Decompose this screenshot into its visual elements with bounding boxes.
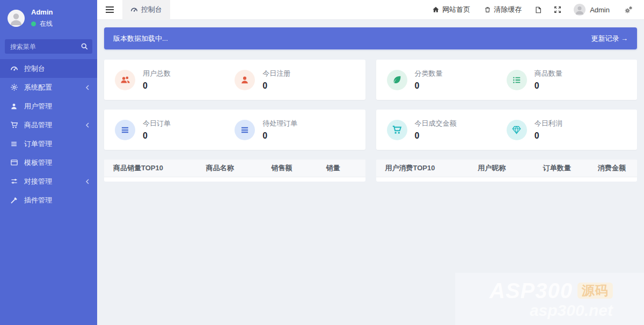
tachometer-icon	[10, 64, 18, 73]
stat-category-count: 分类数量0	[387, 69, 507, 91]
column-header: 订单数量	[543, 163, 598, 173]
bars-icon	[235, 120, 255, 140]
sidebar-item-user-management[interactable]: 用户管理	[0, 97, 97, 115]
table-header-row: 商品销量TOP10 商品名称 销售额 销量	[104, 160, 365, 177]
sidebar-item-integration-management[interactable]: 对接管理	[0, 172, 97, 191]
stat-pending-orders: 待处理订单0	[235, 119, 354, 141]
cart-icon	[387, 120, 407, 140]
stat-value: 0	[262, 81, 267, 90]
stat-card-catalog: 分类数量0 商品数量0	[376, 60, 638, 100]
leaf-icon	[387, 70, 407, 90]
column-header: 用户昵称	[478, 163, 543, 173]
sidebar-item-label: 订单管理	[24, 139, 90, 149]
trash-icon	[484, 6, 491, 13]
bars-icon	[115, 120, 135, 140]
user-spending-top10-table: 用户消费TOP10 用户昵称 订单数量 消费金额	[376, 160, 638, 182]
users-icon	[115, 70, 135, 90]
stat-today-revenue: 今日成交金额0	[387, 119, 507, 141]
stat-value: 0	[415, 131, 420, 140]
column-header: 消费金额	[598, 163, 637, 173]
chevron-left-icon	[85, 85, 90, 90]
sidebar-menu: 控制台 系统配置 用户管理 商品管理 订单管理 模板管理 对接管理	[0, 59, 97, 210]
column-header: 商品名称	[206, 163, 272, 173]
chevron-left-icon	[85, 122, 90, 128]
stat-value: 0	[143, 81, 148, 90]
chevron-left-icon	[85, 179, 90, 184]
product-sales-top10-table: 商品销量TOP10 商品名称 销售额 销量	[104, 160, 365, 182]
clear-cache-label: 清除缓存	[494, 5, 522, 15]
sidebar-item-template-management[interactable]: 模板管理	[0, 153, 97, 172]
gem-icon	[507, 120, 527, 140]
table-title: 商品销量TOP10	[104, 163, 206, 173]
user-icon	[235, 70, 255, 90]
banner-text: 版本数据加载中...	[113, 34, 168, 44]
sidebar-item-label: 用户管理	[24, 102, 90, 111]
sidebar-item-dashboard[interactable]: 控制台	[0, 59, 97, 78]
site-home-link[interactable]: 网站首页	[425, 5, 477, 15]
stat-card-revenue: 今日成交金额0 今日利润0	[376, 110, 638, 150]
user-icon	[10, 103, 18, 110]
template-icon	[10, 158, 18, 167]
cart-icon	[10, 121, 18, 129]
list-icon	[10, 140, 18, 148]
home-icon	[432, 6, 440, 13]
stat-today-profit: 今日利润0	[507, 119, 626, 141]
sidebar-item-label: 系统配置	[24, 83, 85, 92]
sidebar-item-label: 商品管理	[24, 120, 85, 130]
stat-today-orders: 今日订单0	[115, 119, 235, 141]
stat-value: 0	[535, 131, 539, 140]
update-log-link[interactable]: 更新记录 →	[591, 34, 628, 44]
sidebar-item-order-management[interactable]: 订单管理	[0, 134, 97, 153]
stat-label: 今日成交金额	[415, 119, 457, 128]
watermark-line1: ASP300 源码	[489, 280, 613, 301]
sidebar-item-system-config[interactable]: 系统配置	[0, 78, 97, 97]
user-status: 在线	[31, 19, 53, 28]
avatar[interactable]	[574, 4, 586, 16]
sidebar-item-product-management[interactable]: 商品管理	[0, 115, 97, 134]
search-icon[interactable]	[80, 42, 89, 50]
clear-cache-link[interactable]: 清除缓存	[477, 5, 529, 15]
stat-label: 今日注册	[262, 69, 290, 78]
stat-value: 0	[262, 131, 267, 140]
version-banner: 版本数据加载中... 更新记录 →	[104, 27, 637, 49]
stat-label: 待处理订单	[262, 119, 297, 128]
sidebar-profile: Admin 在线	[0, 0, 97, 33]
expand-icon[interactable]	[548, 6, 567, 13]
search-input[interactable]	[5, 39, 92, 54]
cogs-icon[interactable]	[618, 6, 639, 14]
stat-value: 0	[143, 131, 148, 140]
stat-value: 0	[535, 81, 539, 90]
top-navbar: 控制台 网站首页 清除缓存 Admin	[97, 0, 644, 20]
tab-label: 控制台	[141, 5, 162, 15]
page-icon[interactable]	[529, 6, 548, 14]
stat-total-users: 用户总数0	[115, 69, 235, 91]
menu-search	[5, 39, 92, 54]
online-dot-icon	[31, 21, 36, 26]
stat-label: 用户总数	[143, 69, 171, 78]
column-header: 销售额	[271, 163, 326, 173]
hamburger-icon[interactable]	[97, 6, 122, 13]
top10-tables: 商品销量TOP10 商品名称 销售额 销量 用户消费TOP10 用户昵称 订单数…	[104, 160, 637, 182]
site-home-label: 网站首页	[442, 5, 470, 15]
status-label: 在线	[40, 19, 53, 28]
watermark-badge: 源码	[577, 283, 613, 299]
stat-cards: 用户总数0 今日注册0 分类数量0 商品数量0	[104, 60, 637, 150]
table-title: 用户消费TOP10	[376, 163, 478, 173]
list-ul-icon	[507, 70, 527, 90]
person-icon	[8, 10, 25, 27]
main-area: 控制台 网站首页 清除缓存 Admin	[97, 0, 644, 325]
sliders-icon	[10, 177, 18, 185]
watermark-line2: asp300.net	[530, 302, 613, 319]
stat-product-count: 商品数量0	[507, 69, 626, 91]
navbar-user-name[interactable]: Admin	[590, 6, 610, 14]
table-header-row: 用户消费TOP10 用户昵称 订单数量 消费金额	[376, 160, 638, 177]
stat-label: 今日订单	[143, 119, 171, 128]
stat-today-registrations: 今日注册0	[235, 69, 354, 91]
tab-dashboard[interactable]: 控制台	[122, 0, 170, 20]
sidebar-item-plugin-management[interactable]: 插件管理	[0, 191, 97, 210]
navbar-right: 网站首页 清除缓存 Admin	[425, 4, 644, 16]
avatar	[8, 10, 25, 27]
sidebar-item-label: 控制台	[24, 64, 90, 74]
gear-icon	[10, 83, 18, 91]
stat-card-users: 用户总数0 今日注册0	[104, 60, 365, 100]
